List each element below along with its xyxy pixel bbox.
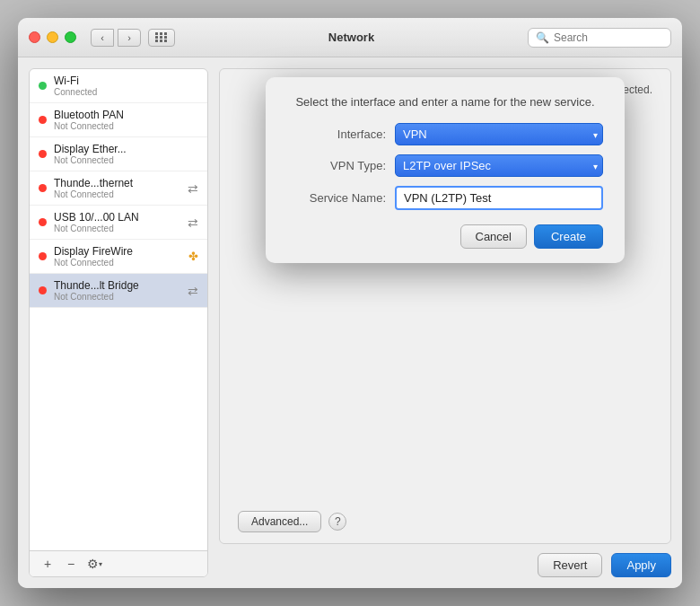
main-window: ‹ › Network 🔍 Wi-Fi Connect bbox=[18, 18, 682, 588]
ethernet-icon-tb-bridge: ⇄ bbox=[188, 284, 198, 298]
interface-dropdown-wrapper: VPN Ethernet Wi-Fi ▾ bbox=[395, 123, 603, 145]
new-service-modal: Select the interface and enter a name fo… bbox=[266, 77, 625, 263]
interface-label: Interface: bbox=[287, 127, 386, 141]
gear-button[interactable]: ⚙ ▾ bbox=[83, 555, 105, 573]
minimize-button[interactable] bbox=[47, 31, 58, 43]
sidebar-item-name-display-eth: Display Ether... bbox=[54, 143, 127, 155]
titlebar: ‹ › Network 🔍 bbox=[18, 18, 682, 57]
ethernet-icon-tb: ⇄ bbox=[188, 181, 198, 196]
window-title: Network bbox=[175, 31, 528, 44]
gear-icon: ⚙ bbox=[87, 557, 99, 571]
search-box[interactable]: 🔍 bbox=[528, 28, 671, 48]
sidebar-item-firewire[interactable]: Display FireWire Not Connected ✤ bbox=[30, 240, 207, 274]
modal-description: Select the interface and enter a name fo… bbox=[287, 95, 603, 109]
sidebar-item-name-usb: USB 10/...00 LAN bbox=[54, 211, 139, 224]
sidebar-list: Wi-Fi Connected Bluetooth PAN Not Connec… bbox=[30, 69, 207, 550]
service-name-row: Service Name: bbox=[287, 186, 603, 210]
sidebar-item-bluetooth-pan[interactable]: Bluetooth PAN Not Connected bbox=[30, 103, 207, 137]
modal-overlay: Select the interface and enter a name fo… bbox=[219, 68, 671, 577]
sidebar-item-display-ethernet[interactable]: Display Ether... Not Connected bbox=[30, 137, 207, 171]
grid-icon bbox=[155, 32, 168, 42]
sidebar-item-wifi[interactable]: Wi-Fi Connected bbox=[30, 69, 207, 103]
status-dot-bluetooth bbox=[39, 116, 47, 124]
chevron-down-icon: ▾ bbox=[99, 560, 102, 568]
close-button[interactable] bbox=[29, 31, 40, 43]
maximize-button[interactable] bbox=[65, 31, 76, 43]
status-dot-wifi bbox=[39, 82, 47, 90]
sidebar-item-status-bluetooth: Not Connected bbox=[54, 121, 124, 131]
status-dot-tb-bridge bbox=[39, 286, 47, 294]
vpn-type-select[interactable]: L2TP over IPSec PPTP IKEv2 Cisco IPSec bbox=[395, 154, 603, 177]
sidebar-item-name-tb-eth: Thunde...thernet bbox=[54, 177, 133, 189]
grid-button[interactable] bbox=[148, 29, 175, 47]
sidebar: Wi-Fi Connected Bluetooth PAN Not Connec… bbox=[29, 68, 208, 577]
sidebar-item-status-tb-eth: Not Connected bbox=[54, 189, 133, 199]
sidebar-item-thunderbolt-ethernet[interactable]: Thunde...thernet Not Connected ⇄ bbox=[30, 171, 207, 206]
search-input[interactable] bbox=[554, 31, 661, 44]
cancel-button[interactable]: Cancel bbox=[460, 224, 527, 249]
interface-select[interactable]: VPN Ethernet Wi-Fi bbox=[395, 123, 603, 145]
traffic-lights bbox=[29, 31, 76, 43]
back-button[interactable]: ‹ bbox=[91, 29, 114, 47]
modal-actions: Cancel Create bbox=[287, 224, 603, 249]
sidebar-item-name-tb-bridge: Thunde...lt Bridge bbox=[54, 279, 139, 292]
firewire-icon: ✤ bbox=[188, 250, 198, 263]
service-name-label: Service Name: bbox=[287, 191, 386, 205]
vpn-type-dropdown-wrapper: L2TP over IPSec PPTP IKEv2 Cisco IPSec ▾ bbox=[395, 154, 603, 177]
remove-service-button[interactable]: − bbox=[60, 555, 82, 573]
sidebar-item-status-fw: Not Connected bbox=[54, 258, 133, 268]
status-dot-fw bbox=[39, 252, 47, 260]
sidebar-item-status-display-eth: Not Connected bbox=[54, 155, 127, 165]
add-service-button[interactable]: + bbox=[37, 555, 58, 573]
status-dot-usb bbox=[39, 218, 47, 226]
create-button[interactable]: Create bbox=[534, 224, 603, 249]
ethernet-icon-usb: ⇄ bbox=[188, 215, 198, 230]
search-icon: 🔍 bbox=[536, 31, 549, 44]
sidebar-item-tb-bridge[interactable]: Thunde...lt Bridge Not Connected ⇄ bbox=[30, 274, 207, 308]
sidebar-item-name-bluetooth: Bluetooth PAN bbox=[54, 109, 124, 121]
main-area: ...connected. IP Address: Subnet Mask: R… bbox=[219, 68, 671, 577]
interface-row: Interface: VPN Ethernet Wi-Fi ▾ bbox=[287, 123, 603, 145]
sidebar-item-name-fw: Display FireWire bbox=[54, 245, 133, 258]
sidebar-item-name-wifi: Wi-Fi bbox=[54, 75, 97, 87]
status-dot-display-eth bbox=[39, 150, 47, 158]
service-name-input[interactable] bbox=[395, 186, 603, 210]
sidebar-item-status-usb: Not Connected bbox=[54, 224, 139, 233]
forward-button[interactable]: › bbox=[118, 29, 141, 47]
vpn-type-row: VPN Type: L2TP over IPSec PPTP IKEv2 Cis… bbox=[287, 154, 603, 177]
nav-buttons: ‹ › bbox=[91, 29, 141, 47]
sidebar-item-status-tb-bridge: Not Connected bbox=[54, 292, 139, 302]
sidebar-item-status-wifi: Connected bbox=[54, 87, 97, 97]
status-dot-tb-eth bbox=[39, 184, 47, 192]
sidebar-item-usb-lan[interactable]: USB 10/...00 LAN Not Connected ⇄ bbox=[30, 206, 207, 240]
content-area: Wi-Fi Connected Bluetooth PAN Not Connec… bbox=[18, 57, 682, 588]
vpn-type-label: VPN Type: bbox=[287, 159, 386, 172]
sidebar-toolbar: + − ⚙ ▾ bbox=[30, 550, 207, 576]
